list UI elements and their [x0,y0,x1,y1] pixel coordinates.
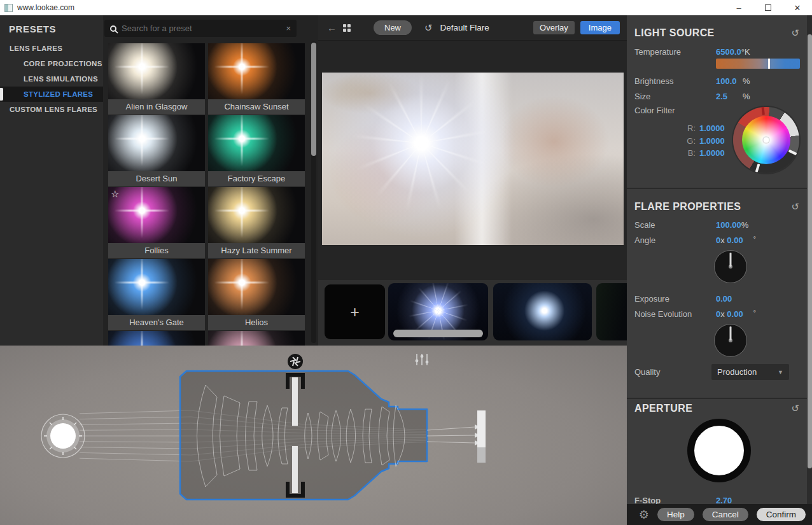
help-button[interactable]: Help [657,508,694,521]
scale-value[interactable]: 100.00 [716,220,741,230]
confirm-button[interactable]: Confirm [757,508,806,521]
preset-card[interactable]: ☆ Helios [208,259,305,330]
temperature-slider-marker[interactable] [768,59,770,69]
aperture-preview[interactable] [687,419,751,482]
preset-card[interactable]: ☆ [108,331,205,346]
preset-card[interactable]: ☆ Heaven's Gate [108,259,205,330]
flare-properties-reset-icon[interactable]: ↺ [791,201,799,213]
light-source-handle[interactable] [41,414,85,458]
light-source-reset-icon[interactable]: ↺ [791,27,799,39]
new-button[interactable]: New [374,20,412,35]
size-label: Size [634,92,650,101]
preset-name: Hazy Late Summer [208,243,305,258]
preset-grid: ☆ Alien in Glasgow ☆ Chainsaw Sunset ☆ D… [108,41,311,346]
scale-row: Scale 100.00% [627,220,799,230]
noise-rev-unit: x [720,309,725,319]
noise-evolution-knob[interactable] [714,324,747,357]
preset-card[interactable]: ☆ Chainsaw Sunset [208,43,305,115]
brightness-value[interactable]: 100.0 [716,76,743,86]
preset-card[interactable]: ☆ Alien in Glasgow [108,43,205,115]
grid-view-icon[interactable] [343,24,351,32]
flare-thumb-starburst[interactable] [388,283,488,340]
maximize-button[interactable] [753,0,783,15]
green-channel-value[interactable]: 1.0000 [699,136,725,146]
sliders-icon[interactable] [416,354,429,365]
footer-bar: ⚙ Help Cancel Confirm [627,504,812,525]
red-channel-value[interactable]: 1.0000 [699,123,725,133]
preset-card[interactable]: ☆ Hazy Late Summer [208,187,305,258]
noise-evolution-row: Noise Evolution 0x 0.00° [627,309,799,319]
angle-row: Angle 0x 0.00° [627,235,799,246]
exposure-value[interactable]: 0.00 [716,294,732,304]
flare-burst-graphic [213,331,270,346]
size-value[interactable]: 2.5 [716,92,743,101]
back-arrow-icon[interactable]: ← [327,22,337,33]
sidebar-item-core-projections[interactable]: CORE PROJECTIONS [0,56,103,71]
preset-panel: × ☆ Alien in Glasgow ☆ Chainsaw Sunset ☆… [103,15,318,346]
quality-dropdown[interactable]: Production ▼ [711,364,789,380]
sidebar-item-lens-simulations[interactable]: LENS SIMULATIONS [0,71,103,87]
close-button[interactable]: ✕ [783,0,812,15]
preset-thumbnail: ☆ [108,115,205,171]
temperature-row: Temperature 6500.0°K [627,47,799,57]
parameters-panel: LIGHT SOURCE ↺ Temperature 6500.0°K Brig… [627,15,807,504]
lens-housing [180,371,427,500]
red-channel-label: R: [682,123,696,133]
favorite-star-icon[interactable]: ☆ [111,188,119,200]
color-wheel-selector[interactable] [764,137,769,143]
temperature-slider[interactable] [716,59,800,69]
flare-burst-graphic [213,259,270,311]
preset-name: Factory Escape [208,171,305,186]
preset-scrollbar-thumb[interactable] [311,43,316,156]
overlay-toggle-button[interactable]: Overlay [533,21,575,34]
flare-burst-graphic [113,187,171,239]
noise-value[interactable]: 0.00 [727,309,743,319]
color-wheel[interactable] [733,107,799,173]
flare-burst-graphic [113,259,171,311]
preview-image[interactable] [322,73,624,245]
panel-scrollbar-thumb[interactable] [808,34,812,468]
canvas-toolbar: ← New ↺ Default Flare Overlay Image [318,15,627,41]
panel-scrollbar[interactable] [807,15,812,504]
preset-name: Alien in Glasgow [108,99,205,115]
color-wheel-tick [788,150,797,155]
preset-card[interactable]: ☆ [208,331,305,346]
sensor-handle[interactable] [477,410,486,463]
search-clear-icon[interactable]: × [286,24,291,33]
preset-card[interactable]: ☆ Factory Escape [208,115,305,186]
angle-value[interactable]: 0.00 [727,235,743,245]
image-toggle-button[interactable]: Image [580,21,620,34]
preset-card[interactable]: ☆ Desert Sun [108,115,205,186]
temperature-label: Temperature [634,47,681,57]
preset-name: Heaven's Gate [108,315,205,330]
flare-burst-graphic [113,331,171,346]
add-flare-button[interactable]: + [325,284,385,339]
flare-thumb-partial[interactable] [596,283,627,340]
blue-channel-label: B: [682,148,696,158]
temperature-value[interactable]: 6500.0 [716,47,741,57]
aperture-reset-icon[interactable]: ↺ [791,403,799,414]
quality-label: Quality [634,367,660,377]
gear-icon[interactable]: ⚙ [639,508,649,522]
lens-diagram-svg [0,346,627,525]
reset-flare-icon[interactable]: ↺ [424,22,433,34]
sidebar-item-custom-lens-flares[interactable]: CUSTOM LENS FLARES [0,102,103,117]
search-icon [110,25,116,32]
filmstrip-scrollbar-thumb[interactable] [393,330,483,337]
preset-card[interactable]: ☆ Follies [108,187,205,258]
preset-thumbnail: ☆ [108,43,205,99]
sidebar-item-lens-flares[interactable]: LENS FLARES [0,41,103,56]
flare-thumb-glow[interactable] [493,283,592,340]
aperture-icon[interactable] [288,354,303,369]
blue-channel-value[interactable]: 1.0000 [699,148,725,158]
angle-label: Angle [634,235,655,245]
preset-thumbnail: ☆ [108,259,205,315]
color-wheel-disc[interactable] [742,116,790,164]
cancel-button[interactable]: Cancel [703,508,748,521]
angle-unit: ° [753,235,756,242]
preset-scrollbar[interactable] [311,41,316,343]
sidebar-item-stylized-flares[interactable]: STYLIZED FLARES [0,87,103,102]
minimize-button[interactable]: – [724,0,753,15]
search-input[interactable] [122,24,281,33]
angle-knob[interactable] [714,250,747,283]
